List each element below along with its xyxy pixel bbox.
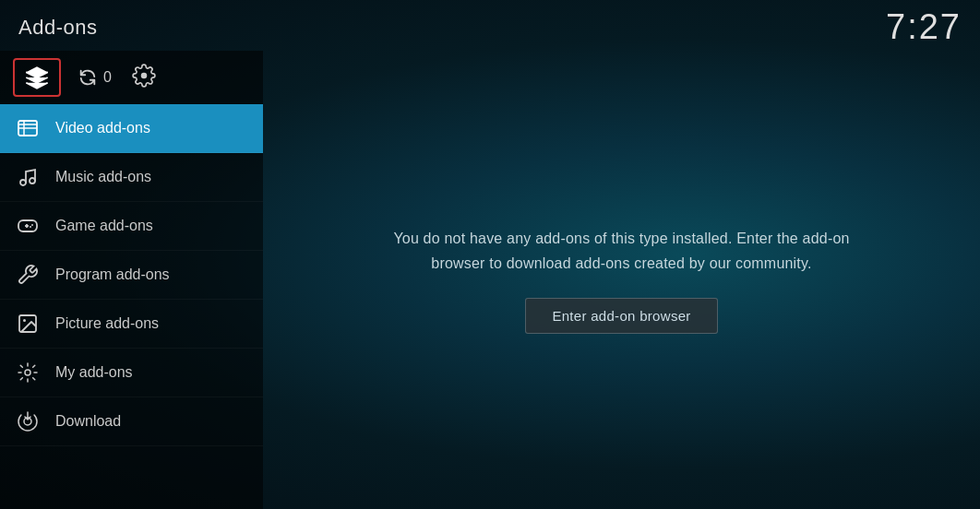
sidebar-item-video-label: Video add-ons [55,120,150,136]
page-title: Add-ons [18,16,97,40]
download-icon [17,410,39,432]
sidebar-item-music[interactable]: Music add-ons [0,153,263,202]
picture-icon [17,313,39,335]
app-container: Add-ons 7:27 [0,0,980,509]
content-area: You do not have any add-ons of this type… [263,51,980,509]
video-icon [17,117,39,139]
nav-list: Video add-ons Music add-ons [0,104,263,509]
sidebar-item-myadd-label: My add-ons [55,364,133,381]
sidebar-item-game[interactable]: Game add-ons [0,202,263,251]
sidebar-item-program[interactable]: Program add-ons [0,251,263,300]
music-icon [17,166,39,188]
refresh-count: 0 [103,69,112,86]
sidebar-item-download-label: Download [55,413,121,430]
svg-point-10 [30,226,31,228]
sidebar-toolbar: 0 [0,51,263,104]
sidebar-item-picture-label: Picture add-ons [55,315,159,332]
sidebar: 0 [0,51,263,509]
svg-point-12 [23,319,26,322]
myadd-icon [17,361,39,384]
refresh-icon [78,67,98,88]
enter-browser-button[interactable]: Enter add-on browser [525,298,717,334]
sidebar-item-program-label: Program add-ons [55,266,170,283]
clock: 7:27 [886,7,962,47]
settings-icon [132,64,156,88]
header: Add-ons 7:27 [0,0,980,51]
refresh-button[interactable]: 0 [78,67,112,88]
sidebar-item-myadd[interactable]: My add-ons [0,349,263,397]
sidebar-item-video[interactable]: Video add-ons [0,104,263,153]
main-layout: 0 [0,51,980,509]
addon-box-icon [24,65,50,90]
game-icon [17,215,39,237]
sidebar-item-picture[interactable]: Picture add-ons [0,300,263,349]
sidebar-item-game-label: Game add-ons [55,218,153,234]
settings-button[interactable] [132,64,156,91]
svg-point-9 [31,224,33,226]
program-icon [17,264,39,286]
sidebar-item-download[interactable]: Download [0,397,263,446]
empty-message: You do not have any add-ons of this type… [373,226,871,276]
svg-point-13 [25,370,30,375]
addon-box-button[interactable] [13,58,61,97]
sidebar-item-music-label: Music add-ons [55,169,151,185]
